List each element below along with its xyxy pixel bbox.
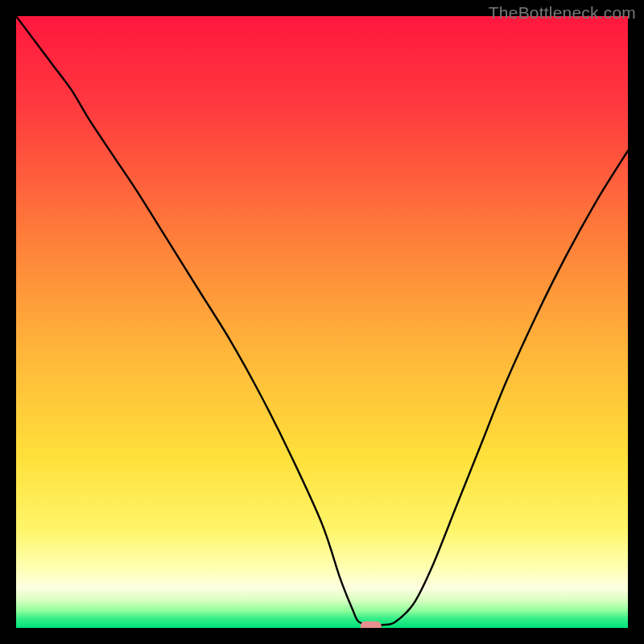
- watermark-label: TheBottleneck.com: [489, 3, 636, 23]
- optimum-marker: [361, 621, 382, 628]
- chart-frame: TheBottleneck.com: [0, 0, 644, 644]
- bottleneck-chart: [16, 16, 628, 628]
- chart-background: [16, 16, 628, 628]
